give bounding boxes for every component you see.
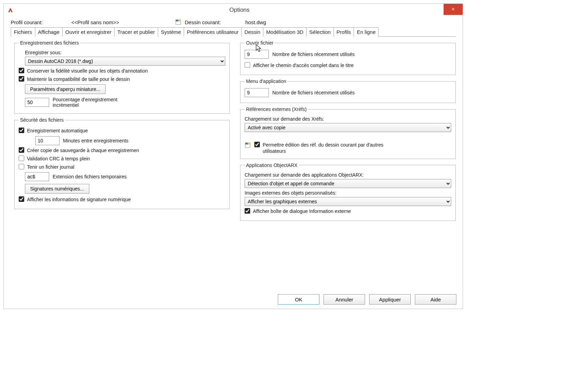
keep-fidelity-label: Conserver la fidélité visuelle pour les … [27, 68, 148, 74]
arx-show-dialog-checkbox[interactable] [245, 208, 250, 214]
arx-proxy-label: Images externes des objets personnalisés… [245, 190, 336, 196]
xref-demand-label: Chargement sur demande des Xréfs: [245, 116, 324, 122]
autosave-minutes-input[interactable] [35, 136, 60, 145]
crc-checkbox[interactable] [19, 156, 24, 161]
group-open: Ouvrir fichier Nombre de fichiers récemm… [240, 40, 456, 75]
tab-fichiers[interactable]: Fichiers [11, 27, 35, 37]
menu-recent-label: Nombre de fichiers récemment utilisés [272, 90, 355, 95]
tab-modelisation[interactable]: Modélisation 3D [263, 27, 307, 37]
right-column: Ouvrir fichier Nombre de fichiers récemm… [240, 40, 456, 221]
group-arx: Applications ObjectARX Chargement sur de… [240, 162, 456, 221]
thumbnail-settings-button[interactable]: Paramètres d'aperçu miniature... [25, 84, 106, 94]
tab-preferences[interactable]: Préférences utilisateur [184, 27, 242, 37]
group-security-legend: Sécurité des fichiers [19, 117, 65, 123]
group-menu-legend: Menu d'application [245, 78, 288, 84]
options-window: Options × Profil courant: <<Profil sans … [3, 3, 463, 309]
profile-value: <<Profil sans nom>> [71, 19, 175, 25]
arx-demand-select[interactable]: Détection d'objet et appel de commande [245, 179, 451, 188]
show-signature-checkbox[interactable] [19, 196, 24, 202]
autosave-checkbox[interactable] [19, 128, 24, 133]
keep-fidelity-checkbox[interactable] [19, 68, 24, 73]
tab-profils[interactable]: Profils [334, 27, 354, 37]
tab-content: Enregistrement des fichiers Enregistrer … [4, 37, 463, 224]
autosave-label: Enregistrement automatique [27, 128, 88, 134]
backup-checkbox[interactable] [19, 147, 24, 153]
help-button[interactable]: Aide [415, 294, 456, 305]
header-row: Profil courant: <<Profil sans nom>> Dess… [4, 16, 463, 27]
autosave-minutes-label: Minutes entre enregistrements [63, 138, 128, 143]
signatures-button[interactable]: Signatures numériques... [25, 184, 89, 194]
tab-ouvrir-enregistrer[interactable]: Ouvrir et enregistrer [62, 27, 115, 37]
drawing-value: host.dwg [245, 19, 266, 25]
profile-label: Profil courant: [11, 19, 71, 25]
group-menu: Menu d'application Nombre de fichiers ré… [240, 78, 456, 103]
temp-ext-label: Extension des fichiers temporaires [53, 174, 127, 179]
full-path-label: Afficher le chemin d'accès complet dans … [253, 62, 354, 68]
titlebar: Options × [4, 4, 463, 16]
app-logo-icon [7, 7, 13, 13]
svg-rect-5 [245, 143, 248, 144]
group-xref-legend: Références externes (Xréfs) [245, 106, 308, 112]
left-column: Enregistrement des fichiers Enregistrer … [14, 40, 230, 221]
drawing-label: Dessin courant: [185, 19, 245, 25]
incremental-pct-label: Pourcentage d'enregistrement incrémentie… [53, 97, 143, 108]
group-xref: Références externes (Xréfs) Chargement s… [240, 106, 456, 159]
open-recent-label: Nombre de fichiers récemment utilisés [272, 52, 355, 57]
group-open-legend: Ouvrir fichier [245, 40, 275, 46]
journal-label: Tenir un fichier journal [27, 164, 74, 170]
arx-proxy-select[interactable]: Afficher les graphiques externes [245, 197, 451, 206]
menu-recent-input[interactable] [245, 88, 269, 97]
backup-label: Créer copie de sauvegarde à chaque enreg… [27, 147, 139, 153]
full-path-checkbox[interactable] [245, 62, 250, 68]
show-signature-label: Afficher les informations de signature n… [27, 196, 131, 203]
save-as-label: Enregistrer sous: [25, 50, 62, 55]
close-button[interactable]: × [444, 4, 463, 15]
tab-tracer-publier[interactable]: Tracer et publier [114, 27, 158, 37]
incremental-pct-input[interactable] [25, 98, 49, 107]
cancel-button[interactable]: Annuler [324, 294, 365, 305]
tab-affichage[interactable]: Affichage [35, 27, 63, 37]
dwg-file-icon [175, 19, 182, 26]
group-save-legend: Enregistrement des fichiers [19, 40, 80, 46]
keep-size-checkbox[interactable] [19, 76, 24, 82]
arx-demand-label: Chargement sur demande des applications … [245, 172, 364, 178]
tab-selection[interactable]: Sélection [306, 27, 334, 37]
window-title: Options [16, 7, 463, 13]
dwg-file-icon [245, 142, 252, 150]
open-recent-input[interactable] [245, 50, 269, 59]
xref-allow-edit-checkbox[interactable] [254, 142, 260, 147]
keep-size-label: Maintenir la compatibilité de taille pou… [27, 76, 130, 82]
arx-show-dialog-label: Afficher boîte de dialogue Information e… [253, 208, 351, 214]
xref-demand-select[interactable]: Activé avec copie [245, 123, 451, 132]
ok-button[interactable]: OK [278, 294, 319, 305]
apply-button[interactable]: Appliquer [369, 294, 411, 305]
tab-strip: Fichiers Affichage Ouvrir et enregistrer… [11, 27, 456, 37]
svg-rect-2 [176, 20, 178, 21]
tab-systeme[interactable]: Système [158, 27, 184, 37]
xref-allow-edit-label: Permettre édition des réf. du dessin cou… [263, 142, 387, 154]
crc-label: Validation CRC à temps plein [27, 156, 90, 162]
temp-ext-input[interactable] [25, 172, 49, 181]
journal-checkbox[interactable] [19, 164, 24, 169]
tab-dessin[interactable]: Dessin [241, 27, 263, 37]
save-as-select[interactable]: Dessin AutoCAD 2018 (*.dwg) [25, 57, 225, 66]
dialog-footer: OK Annuler Appliquer Aide [278, 294, 456, 305]
group-save: Enregistrement des fichiers Enregistrer … [14, 40, 230, 114]
group-security: Sécurité des fichiers Enregistrement aut… [14, 117, 230, 209]
group-arx-legend: Applications ObjectARX [245, 162, 299, 168]
tab-enligne[interactable]: En ligne [354, 27, 379, 37]
